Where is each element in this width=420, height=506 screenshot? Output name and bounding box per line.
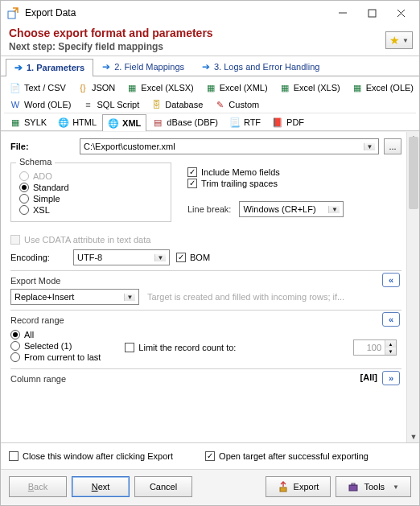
radio-icon [19, 183, 29, 192]
format-custom[interactable]: ✎Custom [208, 96, 265, 113]
button-label: Next [92, 482, 110, 492]
spin-up-icon[interactable]: ▲ [385, 340, 396, 348]
schema-xsl-radio[interactable]: XSL [19, 205, 163, 215]
toolbox-icon [348, 481, 359, 492]
chevron-down-icon: ▼ [154, 254, 166, 261]
format-word-ole[interactable]: WWord (OLE) [4, 96, 76, 113]
column-range-expand-button[interactable]: » [382, 371, 400, 385]
format-pdf[interactable]: 📕PDF [266, 113, 310, 130]
format-dbase[interactable]: ▤dBase (DBF) [146, 113, 224, 130]
dbf-icon: ▤ [152, 117, 163, 128]
tab-label: 3. Logs and Error Handling [214, 62, 319, 72]
include-memo-checkbox[interactable]: Include Memo fields [187, 167, 401, 177]
tab-logs-errors[interactable]: ➔ 3. Logs and Error Handling [193, 58, 328, 76]
export-button[interactable]: Export [266, 476, 331, 497]
schema-ado-radio: ADO [19, 171, 163, 181]
excel-icon: ▦ [352, 82, 363, 93]
pdf-icon: 📕 [272, 117, 283, 128]
format-excel-ole[interactable]: ▦Excel (OLE) [346, 79, 419, 96]
next-button[interactable]: Next [72, 476, 130, 497]
schema-legend: Schema [16, 157, 55, 167]
vertical-scrollbar[interactable]: ▲ ▼ [406, 132, 419, 442]
radio-icon [10, 341, 20, 351]
checkbox-icon [187, 179, 197, 188]
checkbox-icon [125, 343, 134, 352]
linebreak-combo[interactable]: Windows (CR+LF) ▼ [239, 201, 344, 217]
bom-checkbox[interactable]: BOM [176, 253, 210, 262]
export-icon [278, 481, 289, 492]
range-current-radio[interactable]: From current to last [10, 352, 101, 362]
excel-icon: ▦ [279, 82, 290, 93]
record-range-collapse-button[interactable]: « [382, 312, 400, 327]
svg-rect-2 [369, 10, 376, 17]
window-title: Export Data [25, 7, 336, 19]
button-label: Back [28, 482, 47, 492]
minimize-button[interactable] [336, 6, 350, 20]
encoding-label: Encoding: [10, 253, 67, 262]
range-all-radio[interactable]: All [10, 330, 101, 339]
export-mode-collapse-button[interactable]: « [382, 273, 400, 287]
sql-icon: ≡ [82, 99, 93, 110]
tab-field-mappings[interactable]: ➔ 2. Field Mappings [93, 58, 193, 76]
format-json[interactable]: {}JSON [72, 79, 121, 96]
checkbox-icon [176, 253, 186, 262]
schema-simple-radio[interactable]: Simple [19, 194, 163, 204]
spin-down-icon[interactable]: ▼ [385, 348, 396, 355]
svg-rect-7 [352, 483, 355, 485]
file-path-combo[interactable]: C:\Export\customer.xml ▼ [80, 138, 379, 154]
tools-button[interactable]: Tools ▼ [336, 476, 411, 497]
format-xls[interactable]: ▦Excel (XLS) [274, 79, 346, 96]
pencil-icon: ✎ [214, 99, 225, 110]
scroll-thumb[interactable] [409, 137, 418, 209]
chevron-down-icon: ▼ [402, 37, 409, 44]
format-xlsx[interactable]: ▦Excel (XLSX) [121, 79, 199, 96]
radio-icon [10, 352, 20, 362]
maximize-button[interactable] [364, 6, 379, 20]
linebreak-label: Line break: [187, 204, 231, 214]
record-range-title: Record range [10, 315, 401, 325]
excel-icon: ▦ [205, 82, 216, 93]
limit-count-checkbox[interactable]: Limit the record count to: [125, 343, 236, 352]
range-selected-radio[interactable]: Selected (1) [10, 341, 101, 351]
chevron-down-icon: ▼ [328, 206, 340, 213]
radio-icon [10, 330, 20, 339]
tab-label: 2. Field Mappings [114, 62, 184, 72]
close-after-export-checkbox[interactable]: Close this window after clicking Export [9, 451, 173, 461]
open-target-after-checkbox[interactable]: Open target after successful exporting [205, 451, 369, 461]
database-icon: 🗄 [150, 99, 162, 110]
export-mode-title: Export Mode [10, 276, 401, 286]
format-sql-script[interactable]: ≡SQL Script [76, 96, 145, 113]
file-json-icon: {} [77, 82, 89, 93]
arrow-right-icon: ➔ [14, 62, 23, 73]
svg-rect-6 [349, 485, 357, 491]
browse-file-button[interactable]: ... [384, 138, 401, 154]
chrome-icon: 🌐 [58, 117, 69, 128]
checkbox-icon [187, 167, 197, 177]
limit-count-input[interactable] [354, 340, 385, 355]
schema-standard-radio[interactable]: Standard [19, 183, 163, 192]
word-icon: W [10, 99, 21, 110]
scroll-down-icon[interactable]: ▼ [407, 431, 419, 442]
limit-count-spinner[interactable]: ▲▼ [353, 339, 397, 356]
format-excel-xml[interactable]: ▦Excel (XML) [200, 79, 274, 96]
format-database[interactable]: 🗄Database [145, 96, 208, 113]
column-range-summary: [All] [360, 372, 377, 382]
cancel-button[interactable]: Cancel [134, 476, 192, 497]
trim-spaces-checkbox[interactable]: Trim trailing spaces [187, 179, 401, 188]
favorites-dropdown[interactable]: ★ ▼ [385, 31, 413, 49]
file-text-icon: 📄 [10, 82, 21, 93]
format-rtf[interactable]: 📃RTF [224, 113, 266, 130]
encoding-combo[interactable]: UTF-8 ▼ [73, 249, 170, 265]
column-range-title: Column range [10, 374, 401, 384]
chevron-down-icon: ▼ [364, 143, 375, 150]
checkbox-icon [9, 451, 19, 461]
checkbox-icon [10, 235, 20, 245]
chrome-icon: 🌐 [108, 117, 119, 129]
format-html[interactable]: 🌐HTML [52, 113, 102, 130]
format-sylk[interactable]: ▦SYLK [4, 113, 52, 130]
tab-parameters[interactable]: ➔ 1. Parameters [6, 59, 93, 76]
format-text-csv[interactable]: 📄Text / CSV [4, 79, 72, 96]
format-xml[interactable]: 🌐XML [102, 114, 146, 131]
export-mode-combo[interactable]: Replace+Insert ▼ [10, 289, 139, 305]
close-button[interactable] [393, 6, 408, 20]
